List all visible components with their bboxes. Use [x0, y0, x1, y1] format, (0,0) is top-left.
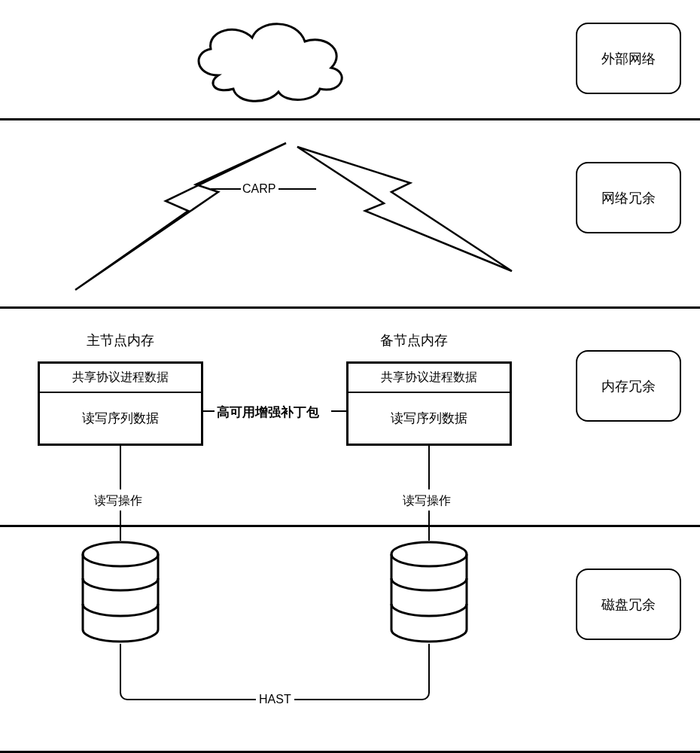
backup-rw-op: 读写操作	[403, 493, 451, 509]
backup-vline	[428, 444, 430, 489]
layer-disk-redundancy: HAST 磁盘冗余	[0, 527, 700, 753]
primary-shared-protocol: 共享协议进程数据	[40, 364, 201, 393]
hast-label: HAST	[256, 693, 294, 706]
backup-disk-vline	[428, 527, 430, 541]
label-disk-redundancy: 磁盘冗余	[576, 569, 681, 640]
lightning-right-icon	[294, 139, 519, 305]
primary-vline	[120, 444, 121, 489]
svg-point-2	[83, 542, 158, 566]
label-external-network: 外部网络	[576, 23, 681, 94]
layer-network-redundancy: CARP 网络冗余	[0, 120, 700, 309]
svg-marker-1	[297, 147, 512, 271]
primary-rw-sequence: 读写序列数据	[40, 393, 201, 444]
carp-connector-right	[278, 188, 316, 190]
backup-memory-box: 共享协议进程数据 读写序列数据	[346, 361, 512, 446]
svg-point-3	[391, 542, 467, 566]
text-disk-redundancy: 磁盘冗余	[601, 596, 656, 614]
carp-connector-left	[211, 188, 242, 190]
label-memory-redundancy: 内存冗余	[576, 350, 681, 422]
text-external-network: 外部网络	[601, 50, 656, 68]
text-network-redundancy: 网络冗余	[601, 189, 656, 207]
lightning-left-icon	[68, 139, 294, 305]
carp-label: CARP	[241, 182, 277, 196]
text-memory-redundancy: 内存冗余	[601, 377, 656, 395]
primary-rw-op: 读写操作	[94, 493, 142, 509]
primary-vline2	[120, 511, 121, 527]
primary-disk-vline	[120, 527, 121, 541]
primary-disk-icon	[79, 541, 162, 646]
svg-marker-0	[75, 143, 286, 290]
primary-memory-box: 共享协议进程数据 读写序列数据	[38, 361, 203, 446]
backup-rw-sequence: 读写序列数据	[348, 393, 510, 444]
layer-memory-redundancy: 主节点内存 备节点内存 共享协议进程数据 读写序列数据 共享协议进程数据 读写序…	[0, 309, 700, 527]
backup-node-title: 备节点内存	[380, 331, 448, 349]
ha-patch-label: 高可用增强补丁包	[217, 404, 319, 421]
backup-shared-protocol: 共享协议进程数据	[348, 364, 510, 393]
cloud-icon	[181, 8, 361, 113]
backup-vline2	[428, 511, 430, 527]
center-connector-left	[203, 410, 215, 412]
center-connector-right	[331, 410, 346, 412]
layer-external-network: 外部网络	[0, 0, 700, 120]
primary-node-title: 主节点内存	[87, 331, 154, 349]
backup-disk-icon	[388, 541, 470, 646]
label-network-redundancy: 网络冗余	[576, 162, 681, 233]
